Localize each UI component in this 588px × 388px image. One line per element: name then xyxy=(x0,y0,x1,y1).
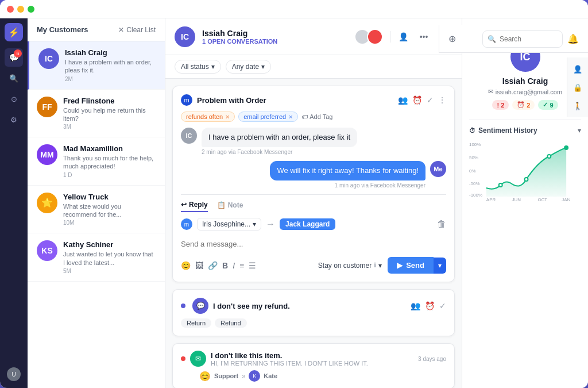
person-nav-icon[interactable]: 👤 xyxy=(571,62,585,76)
customer-item[interactable]: IC Issiah Craig I have a problem with an… xyxy=(28,41,165,90)
chevron-down-icon: ▾ xyxy=(261,63,265,71)
conversation-card-3: ✉ I don't like this item. HI, I'M RETURN… xyxy=(172,343,455,388)
conv-header: m Problem with Order 👥 ⏰ ✓ ⋮ xyxy=(181,94,446,106)
title-bar xyxy=(0,0,588,18)
maximize-button[interactable] xyxy=(28,6,34,13)
customer-item[interactable]: KS Kathy Schiner Just wanted to let you … xyxy=(28,233,165,282)
sentiment-section: ⏱ Sentiment History ▾ 100% 50% 0% -50% -… xyxy=(469,119,581,202)
minimize-button[interactable] xyxy=(17,6,24,13)
small-right: 3 days ago xyxy=(418,356,446,362)
send-area: Stay on customer ℹ ▾ ▶ Send ▾ xyxy=(318,257,446,274)
messenger-icon: m xyxy=(181,94,192,106)
list-title: My Customers xyxy=(37,25,88,34)
check-icon[interactable]: ✓ xyxy=(439,301,446,310)
avatar: KS xyxy=(37,240,57,261)
nav-integrations[interactable]: ⊙ xyxy=(5,90,23,108)
person2-nav-icon[interactable]: 🚶 xyxy=(571,99,585,113)
clear-list-button[interactable]: ✕ Clear List xyxy=(118,26,156,34)
tag-email: email preferred ✕ xyxy=(238,112,298,122)
close-button[interactable] xyxy=(7,6,14,13)
tab-note[interactable]: 📋 Note xyxy=(217,201,243,212)
person-icon-btn[interactable]: 👤 xyxy=(395,29,411,45)
conv-title: Problem with Order xyxy=(197,96,393,105)
avatar: MM xyxy=(37,144,57,165)
logo: ⚡ xyxy=(5,23,23,41)
nav-settings[interactable]: ⚙ xyxy=(5,110,23,129)
customer-item[interactable]: ⭐ Yellow Truck What size would you recom… xyxy=(28,186,165,234)
reply-toolbar: 😊 🖼 🔗 B I ≡ ☰ Stay on customer ℹ xyxy=(181,257,446,274)
to-label: Kate xyxy=(264,372,277,379)
add-tag-button[interactable]: 🏷 Add Tag xyxy=(301,113,332,120)
group-icon[interactable]: 👥 xyxy=(398,95,408,105)
badge-orange: ⏰ 2 xyxy=(512,100,535,110)
svg-text:-50%: -50% xyxy=(469,181,480,186)
side-icons: 👤 🔒 🚶 xyxy=(567,57,588,117)
bell-icon[interactable]: 🔔 xyxy=(567,33,579,44)
reply-from-row: m Iris Josephine... ▾ → Jack Laggard 🗑 xyxy=(181,218,446,231)
timer-icon[interactable]: ⏰ xyxy=(412,95,422,105)
customer-time: 2M xyxy=(65,76,156,82)
tab-reply[interactable]: ↩ Reply xyxy=(181,201,208,212)
from-icon: m xyxy=(181,218,192,230)
filter-bar: All status ▾ Any date ▾ xyxy=(165,55,462,79)
chat-header-sub: 1 OPEN CONVERSATION xyxy=(202,38,347,45)
customer-time: 10M xyxy=(63,220,156,226)
chat-header-actions: 👤 ••• ⊞ xyxy=(354,29,452,45)
sentiment-header: ⏱ Sentiment History ▾ xyxy=(469,126,581,135)
date-filter[interactable]: Any date ▾ xyxy=(226,60,271,74)
small-row: ✉ I don't like this item. HI, I'M RETURN… xyxy=(181,351,446,367)
more-icon[interactable]: ⋮ xyxy=(438,95,446,105)
chevron-down-icon[interactable]: ▾ xyxy=(578,126,581,135)
send-button[interactable]: ▶ Send xyxy=(388,257,434,274)
tag-remove-icon[interactable]: ✕ xyxy=(225,114,230,120)
lock-nav-icon[interactable]: 🔒 xyxy=(571,80,585,94)
chat-header-avatar: IC xyxy=(175,26,195,47)
nav-profile[interactable]: U xyxy=(5,365,23,383)
avatar: U xyxy=(7,367,21,381)
message-input[interactable] xyxy=(181,235,446,252)
top-search-bar: ⊕ 🔍 🔔 xyxy=(439,25,588,53)
bold-icon[interactable]: B xyxy=(222,261,228,270)
customer-item[interactable]: MM Mad Maxamillion Thank you so much for… xyxy=(28,137,165,186)
mini-tags: Return Refund xyxy=(181,318,446,328)
status-filter[interactable]: All status ▾ xyxy=(175,60,221,74)
conversation-card-2: 💬 I don't see my refund. 👥 ⏰ ✓ Return Re… xyxy=(172,289,455,336)
list-icon[interactable]: ≡ xyxy=(239,261,244,270)
from-select[interactable]: Iris Josephine... ▾ xyxy=(197,218,261,231)
divider xyxy=(390,31,390,43)
link-icon[interactable]: 🔗 xyxy=(208,261,218,270)
msg-content: We will fix it right away! Thanks for wa… xyxy=(270,161,425,189)
bullet-icon[interactable]: ☰ xyxy=(249,261,256,270)
conv-footer: 😊 Support » K Kate xyxy=(181,370,446,382)
send-dropdown-button[interactable]: ▾ xyxy=(434,258,446,274)
customer-info: Kathy Schiner Just wanted to let you kno… xyxy=(63,240,156,274)
header-avatars xyxy=(354,29,383,45)
chevron-down-icon[interactable]: ▾ xyxy=(378,262,382,270)
plus-icon[interactable]: ⊕ xyxy=(448,33,456,44)
tag-remove-icon[interactable]: ✕ xyxy=(288,114,293,120)
msg-content: I have a problem with an order, please f… xyxy=(202,128,357,155)
msg-bubble: I have a problem with an order, please f… xyxy=(202,128,357,147)
conv-actions: 👥 ⏰ ✓ ⋮ xyxy=(398,95,446,105)
more-icon-btn[interactable]: ••• xyxy=(416,29,432,45)
italic-icon[interactable]: I xyxy=(233,261,235,270)
nav-search[interactable]: 🔍 xyxy=(5,69,23,87)
trash-icon[interactable]: 🗑 xyxy=(437,219,446,229)
check-icon[interactable]: ✓ xyxy=(427,95,434,105)
avatar: ⭐ xyxy=(37,193,57,213)
mini-actions: 👥 ⏰ ✓ xyxy=(411,301,446,310)
customer-item[interactable]: FF Fred Flinstone Could you help me retu… xyxy=(28,90,165,138)
messages: IC I have a problem with an order, pleas… xyxy=(181,128,446,189)
timer-icon[interactable]: ⏰ xyxy=(425,301,435,310)
send-icon: ▶ xyxy=(397,261,403,270)
svg-point-12 xyxy=(564,146,568,149)
avatar-2 xyxy=(367,29,383,45)
warning-icon: ! xyxy=(497,102,499,109)
emoji-icon[interactable]: 😊 xyxy=(181,261,191,270)
search-input[interactable] xyxy=(500,35,558,43)
nav-conversations[interactable]: 💬 6 xyxy=(5,48,23,67)
image-icon[interactable]: 🖼 xyxy=(195,261,203,270)
traffic-lights xyxy=(7,6,34,13)
group-icon[interactable]: 👥 xyxy=(411,301,420,310)
customer-info: Issiah Craig I have a problem with an or… xyxy=(65,48,156,82)
